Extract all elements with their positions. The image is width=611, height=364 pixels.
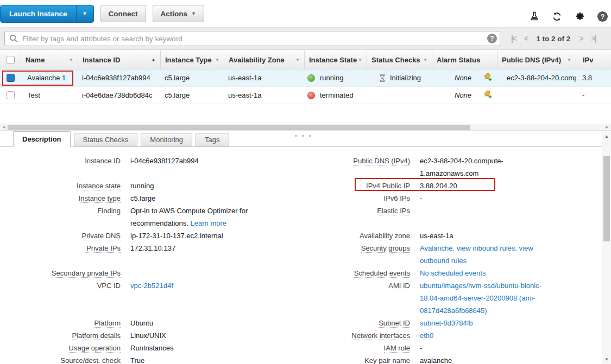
field-value-ipv6-ips: - [420, 192, 602, 205]
tab-description[interactable]: Description [13, 131, 71, 147]
field-value-platform: Ubuntu [130, 317, 303, 329]
select-all-checkbox-cell [0, 50, 21, 69]
field-value-network-interfaces: eth0 [420, 329, 602, 342]
refresh-icon[interactable] [552, 11, 562, 22]
sort-icon: ▼ [567, 58, 571, 62]
experiments-flask-icon[interactable] [529, 11, 539, 22]
scroll-right-icon[interactable]: ► [605, 125, 609, 130]
terminated-state-icon [307, 92, 315, 99]
cell-instance-state: running [304, 69, 367, 86]
column-header-public-dns[interactable]: Public DNS (IPv4)▼ [497, 50, 576, 69]
field-label: IAM role [303, 342, 420, 354]
field-value-private-dns: ip-172-31-10-137.ec2.internal [130, 229, 303, 242]
settings-gear-icon[interactable] [575, 11, 585, 22]
field-label: Instance state [0, 180, 130, 192]
cell-instance-id: i-04c6e938f127ab994 [78, 69, 160, 86]
column-header-instance-id[interactable]: Instance ID▲ [78, 50, 160, 69]
prev-page-icon[interactable]: < [524, 34, 527, 43]
sort-icon: ▼ [295, 58, 300, 62]
column-header-instance-state[interactable]: Instance State▼ [304, 50, 367, 69]
cell-instance-type: c5.large [160, 87, 224, 104]
column-header-status-checks[interactable]: Status Checks▼ [367, 50, 432, 69]
field-value-security-groups: Avalanche. view inbound rules. view outb… [420, 242, 602, 267]
detail-tabs: Description Status Checks Monitoring Tag… [0, 131, 602, 147]
pagination: |< < 1 to 2 of 2 > >| [511, 34, 596, 43]
scroll-left-icon[interactable]: ◄ [2, 125, 6, 130]
cell-ipv4-public-ip: - [576, 87, 611, 104]
scroll-down-icon[interactable]: ▼ [602, 357, 611, 362]
cell-instance-state: terminated [304, 87, 367, 104]
subnet-id-link[interactable]: subnet-8d3784fb [420, 317, 552, 329]
field-value-iam-role: - [420, 342, 602, 354]
launch-instance-label[interactable]: Launch Instance [1, 5, 76, 22]
field-value-finding: Opt-in to AWS Compute Optimizer for reco… [130, 205, 303, 229]
tab-status-checks[interactable]: Status Checks [74, 133, 138, 146]
field-value-source-dest-check: True [130, 354, 303, 364]
scheduled-events-link[interactable]: No scheduled events [420, 267, 552, 279]
field-label: Platform [0, 317, 130, 329]
column-header-alarm-status[interactable]: Alarm Status [432, 50, 497, 69]
row-checkbox-checked[interactable] [7, 74, 15, 82]
table-row-test[interactable]: Test i-04e6dae738db6d84c c5.large us-eas… [0, 87, 611, 104]
connect-label: Connect [109, 10, 138, 18]
field-value-instance-id: i-04c6e938f127ab994 [130, 155, 303, 180]
toolbar: Launch Instance ▼ Connect Actions ▼ ? [0, 0, 611, 27]
pane-resize-grip[interactable] [295, 135, 311, 137]
column-header-availability-zone[interactable]: Availability Zone▼ [224, 50, 304, 69]
tab-monitoring[interactable]: Monitoring [141, 133, 192, 146]
field-label: Network interfaces [303, 329, 420, 342]
cell-instance-id: i-04e6dae738db6d84c [78, 87, 160, 104]
chevron-down-icon: ▼ [191, 11, 196, 16]
scroll-up-icon[interactable]: ▲ [602, 134, 611, 139]
field-value-scheduled-events: No scheduled events [420, 267, 602, 279]
actions-button[interactable]: Actions ▼ [153, 5, 204, 22]
create-alarm-bell-icon[interactable] [483, 72, 493, 84]
hourglass-icon [379, 74, 386, 82]
cell-name: Test [21, 87, 78, 104]
vertical-scrollbar-thumb[interactable] [603, 156, 610, 241]
table-header-row: Name▼ Instance ID▲ Instance Type▼ Availa… [0, 50, 611, 69]
security-groups-link[interactable]: Avalanche. view inbound rules. view outb… [420, 242, 552, 267]
field-label: VPC ID [0, 279, 130, 317]
table-row-avalanche-1[interactable]: Avalanche 1 i-04c6e938f127ab994 c5.large… [0, 69, 611, 87]
last-page-icon[interactable]: >| [591, 34, 595, 43]
ami-id-link[interactable]: ubuntu/images/hvm-ssd/ubuntu-bionic-18.0… [420, 279, 552, 317]
description-pane: Instance ID i-04c6e938f127ab994 Public D… [0, 147, 602, 364]
cell-ipv4-public-ip: 3.8 [576, 69, 611, 86]
vpc-id-link[interactable]: vpc-2b521d4f [130, 279, 255, 292]
launch-instance-button[interactable]: Launch Instance ▼ [0, 5, 94, 23]
field-value-subnet-id: subnet-8d3784fb [420, 317, 602, 329]
help-icon[interactable]: ? [597, 11, 608, 22]
first-page-icon[interactable]: |< [511, 34, 515, 43]
vertical-scrollbar[interactable]: ▲ ▼ [602, 132, 611, 364]
field-value-key-pair-name: avalanche [420, 354, 602, 364]
column-header-name[interactable]: Name▼ [21, 50, 78, 69]
create-alarm-bell-icon[interactable] [483, 90, 493, 101]
row-checkbox[interactable] [7, 91, 15, 99]
filter-input[interactable] [4, 31, 500, 46]
connect-button[interactable]: Connect [100, 5, 146, 22]
field-label: AMI ID [303, 279, 420, 317]
horizontal-scrollbar[interactable]: ◄ ► [0, 124, 611, 131]
field-label: Platform details [0, 329, 130, 342]
pagination-count: 1 to 2 of 2 [536, 35, 570, 43]
column-header-instance-type[interactable]: Instance Type▼ [160, 50, 224, 69]
field-label: Private DNS [0, 229, 130, 242]
field-value-instance-type: c5.large [130, 192, 303, 205]
cell-public-dns: ec2-3-88-204-20.comp… [497, 69, 576, 86]
field-label: Security groups [303, 242, 420, 267]
horizontal-scrollbar-thumb[interactable] [8, 125, 470, 130]
column-header-ipv4-public-ip[interactable]: IPv [576, 50, 611, 69]
tab-tags[interactable]: Tags [196, 133, 229, 146]
field-value-ami-id: ubuntu/images/hvm-ssd/ubuntu-bionic-18.0… [420, 279, 602, 317]
network-interface-link[interactable]: eth0 [420, 329, 552, 342]
next-page-icon[interactable]: > [579, 34, 582, 43]
field-label: Instance type [0, 192, 130, 205]
ec2-console: Launch Instance ▼ Connect Actions ▼ ? [0, 0, 611, 364]
launch-instance-dropdown[interactable]: ▼ [76, 5, 93, 22]
select-all-checkbox[interactable] [7, 56, 15, 64]
cell-status-checks: Initializing [367, 69, 432, 86]
learn-more-link[interactable]: Learn more [191, 219, 226, 227]
filter-help-icon[interactable]: ? [487, 34, 497, 43]
search-wrap: ? [4, 31, 500, 46]
